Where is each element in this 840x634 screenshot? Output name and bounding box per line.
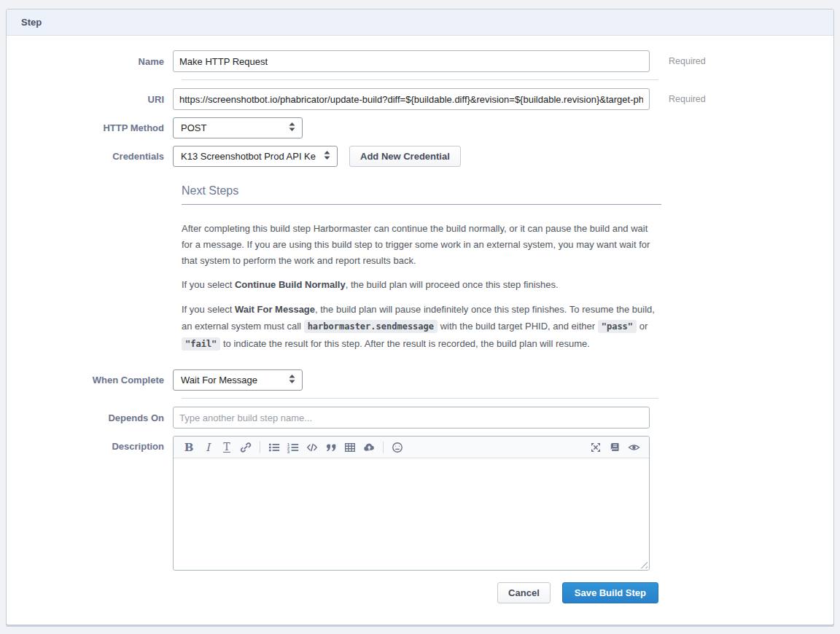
bold-icon[interactable]: B [179, 439, 198, 456]
remarkup-editor: B I T [173, 436, 650, 571]
fail-code: "fail" [182, 337, 220, 351]
toolbar-separator [260, 442, 260, 453]
panel-header: Step [7, 9, 833, 36]
http-method-value: POST [181, 122, 206, 133]
when-complete-label: When Complete [7, 375, 173, 386]
select-arrows-icon [323, 150, 331, 163]
preview-icon[interactable] [624, 439, 643, 456]
italic-icon[interactable]: I [198, 439, 217, 456]
form-divider [182, 79, 658, 80]
description-label: Description [7, 436, 173, 452]
name-input[interactable] [173, 50, 650, 72]
next-steps-paragraph-3: If you select Wait For Message, the buil… [182, 301, 661, 353]
cancel-button[interactable]: Cancel [497, 582, 551, 603]
credentials-label: Credentials [7, 151, 173, 162]
toolbar-right-group [586, 439, 643, 456]
next-steps-paragraph-1: After completing this build step Harborm… [182, 221, 661, 269]
fullscreen-icon[interactable] [586, 439, 605, 456]
select-arrows-icon [288, 374, 296, 386]
name-row: Name Required [7, 50, 833, 72]
svg-text:3: 3 [287, 449, 289, 453]
credentials-row: Credentials K13 Screenshotbot Prod API K… [7, 146, 833, 167]
uri-required-note: Required [669, 94, 706, 104]
table-icon[interactable] [341, 439, 359, 456]
bulleted-list-icon[interactable] [265, 439, 284, 456]
save-build-step-button[interactable]: Save Build Step [562, 582, 658, 603]
code-block-icon[interactable] [303, 439, 322, 456]
monospace-icon[interactable]: T [217, 439, 236, 456]
http-method-row: HTTP Method POST [7, 117, 833, 138]
help-icon[interactable] [605, 439, 624, 456]
description-row: Description B I T [7, 436, 833, 571]
next-steps-heading: Next Steps [182, 174, 661, 205]
when-complete-select[interactable]: Wait For Message [173, 369, 303, 391]
credentials-value: K13 Screenshotbot Prod API Ke [181, 151, 316, 162]
pass-code: "pass" [598, 320, 637, 333]
name-required-note: Required [669, 56, 706, 66]
credentials-select[interactable]: K13 Screenshotbot Prod API Ke [173, 146, 338, 167]
depends-on-label: Depends On [7, 412, 173, 423]
sendmessage-code: harbormaster.sendmessage [304, 320, 438, 333]
build-step-form: Name Required URI Required HTTP Method P… [7, 36, 833, 603]
numbered-list-icon[interactable]: 1 2 3 [284, 439, 303, 456]
depends-on-input[interactable] [173, 407, 650, 428]
description-textarea-wrap [174, 458, 649, 570]
toolbar-separator [383, 442, 384, 453]
remarkup-toolbar: B I T [174, 437, 649, 458]
quote-icon[interactable] [322, 439, 341, 456]
when-complete-row: When Complete Wait For Message [7, 369, 833, 391]
link-icon[interactable] [236, 439, 255, 456]
uri-input[interactable] [173, 88, 650, 110]
when-complete-value: Wait For Message [181, 375, 257, 386]
description-textarea[interactable] [174, 458, 649, 570]
add-new-credential-button[interactable]: Add New Credential [349, 146, 461, 167]
http-method-select[interactable]: POST [173, 117, 303, 138]
form-actions: Cancel Save Build Step [7, 582, 658, 603]
meme-icon[interactable] [388, 439, 407, 456]
next-steps-section: Next Steps After completing this build s… [182, 174, 661, 353]
panel-title: Step [21, 17, 42, 28]
build-step-panel: Step Name Required URI Required HTTP Met… [6, 9, 834, 625]
next-steps-paragraph-2: If you select Continue Build Normally, t… [182, 277, 661, 293]
depends-on-row: Depends On [7, 407, 833, 428]
uri-label: URI [7, 94, 173, 105]
form-divider [182, 398, 658, 399]
uri-row: URI Required [7, 88, 833, 110]
name-label: Name [7, 56, 173, 67]
http-method-label: HTTP Method [7, 122, 173, 133]
select-arrows-icon [288, 122, 296, 134]
upload-icon[interactable] [359, 439, 378, 456]
